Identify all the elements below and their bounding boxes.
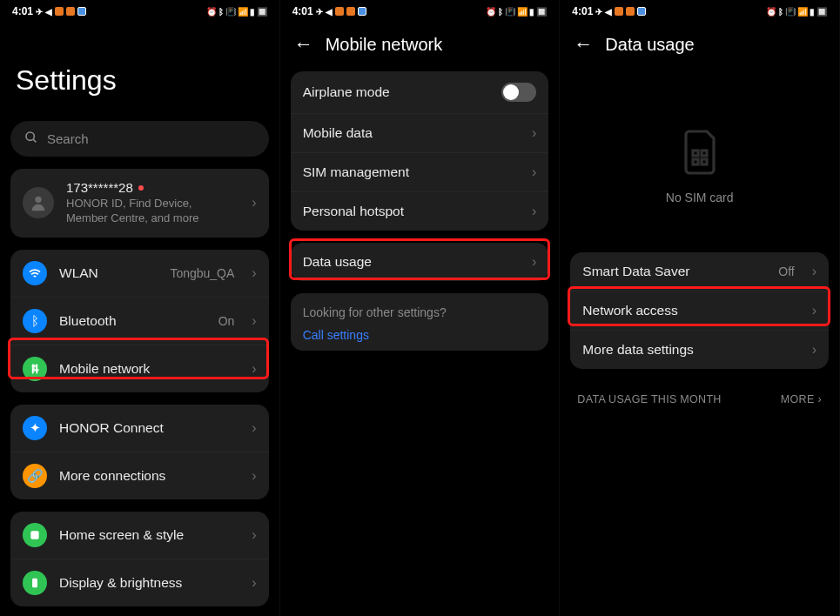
sim-card-icon [679,128,721,177]
svg-line-1 [33,139,36,142]
chevron-right-icon: › [252,420,256,436]
app-icon-orange [66,7,75,16]
more-link[interactable]: MORE › [781,393,822,405]
mobile-network-row[interactable]: ⇅ Mobile network › [10,345,269,392]
app-icon-blue [637,7,646,16]
mobile-network-icon: ⇅ [23,357,47,381]
no-sim-label: No SIM card [666,191,734,204]
mobile-data-row[interactable]: Mobile data › [291,113,549,152]
svg-rect-6 [702,151,707,156]
svg-rect-7 [693,159,698,164]
bluetooth-icon: ᛒ [218,7,224,17]
send-icon: ◀ [326,7,333,17]
data-usage-panel: 4:01 ✈ ◀ ⏰ ᛒ 📳 📶 ▮ 🔲 ← Data usage No SIM… [560,0,840,616]
search-icon [24,131,38,147]
back-button[interactable]: ← [574,33,593,56]
svg-rect-5 [693,151,698,156]
item-value: Tongbu_QA [170,266,234,280]
send-icon: ◀ [45,7,52,17]
signal-icon: ▮ [250,7,255,17]
item-label: Personal hotspot [303,204,514,219]
call-settings-link[interactable]: Call settings [303,328,537,342]
honor-connect-row[interactable]: ✦ HONOR Connect › [10,405,269,452]
wifi-icon: 📶 [517,7,528,17]
airplane-toggle[interactable] [501,83,536,102]
account-row[interactable]: 173******28 HONOR ID, Find Device, Membe… [10,169,269,238]
signal-icon: ▮ [810,7,815,17]
search-placeholder: Search [47,131,89,146]
page-title: Settings [0,21,279,121]
no-sim-block: No SIM card [560,71,839,252]
chevron-right-icon: › [252,468,256,484]
status-bar: 4:01 ✈ ◀ ⏰ ᛒ 📳 📶 ▮ 🔲 [0,0,279,21]
item-label: More connections [59,468,234,484]
wlan-row[interactable]: WLAN Tongbu_QA › [10,250,269,297]
section-label: DATA USAGE THIS MONTH [577,393,721,405]
app-icon-orange [626,7,635,16]
network-access-row[interactable]: Network access › [570,291,829,330]
chevron-right-icon: › [812,264,816,279]
bluetooth-row[interactable]: ᛒ Bluetooth On › [10,297,269,345]
display-brightness-row[interactable]: Display & brightness › [10,559,269,606]
more-connections-row[interactable]: 🔗 More connections › [10,452,269,499]
chevron-right-icon: › [252,361,256,377]
telegram-icon: ✈ [595,7,602,17]
home-screen-row[interactable]: Home screen & style › [10,512,269,559]
wifi-icon: 📶 [238,7,248,17]
personal-hotspot-row[interactable]: Personal hotspot › [291,191,549,231]
connect-group: ✦ HONOR Connect › 🔗 More connections › [10,405,269,499]
page-title: Mobile network [326,35,443,55]
status-time: 4:01 [12,5,33,17]
item-label: Network access [582,303,794,318]
item-value: Off [778,264,794,278]
settings-panel: 4:01 ✈ ◀ ⏰ ᛒ 📳 📶 ▮ 🔲 Settings Search [0,0,280,616]
account-subtitle: HONOR ID, Find Device, Member Centre, an… [66,197,234,226]
avatar-icon [23,187,54,218]
item-label: Data usage [303,254,514,270]
more-data-settings-row[interactable]: More data settings › [570,330,829,369]
more-label: MORE [781,393,815,405]
telegram-icon: ✈ [316,7,323,17]
vibrate-icon: 📳 [785,7,796,17]
item-label: WLAN [59,265,158,281]
sim-management-row[interactable]: SIM management › [291,152,549,191]
account-card: 173******28 HONOR ID, Find Device, Membe… [10,169,269,238]
svg-rect-3 [30,531,38,539]
data-usage-row[interactable]: Data usage › [291,243,549,281]
item-label: Mobile network [59,361,234,377]
battery-icon: 🔲 [536,7,547,17]
signal-icon: ▮ [529,7,534,17]
telegram-icon: ✈ [36,7,43,17]
chevron-right-icon: › [818,393,822,405]
search-input[interactable]: Search [10,121,269,157]
send-icon: ◀ [605,7,612,17]
item-label: Mobile data [303,125,514,141]
vibrate-icon: 📳 [225,7,236,17]
display-icon [23,571,47,595]
airplane-mode-row[interactable]: Airplane mode [291,71,549,113]
app-icon-orange [55,7,64,16]
item-label: More data settings [582,342,794,358]
alarm-icon: ⏰ [486,7,496,17]
item-label: Home screen & style [59,527,234,543]
back-button[interactable]: ← [294,33,313,56]
home-icon [23,523,47,547]
page-title: Data usage [605,35,694,55]
item-label: Display & brightness [59,575,234,591]
item-label: Bluetooth [59,313,206,329]
chevron-right-icon: › [532,254,536,270]
account-id: 173******28 [66,180,133,195]
item-value: On [218,314,235,328]
status-bar: 4:01 ✈ ◀ ⏰ ᛒ 📳 📶 ▮ 🔲 [280,0,560,21]
bluetooth-icon: ᛒ [778,7,783,17]
chevron-right-icon: › [252,575,256,591]
data-saver-group: Smart Data Saver Off › Network access › … [570,252,829,369]
looking-for-block: Looking for other settings? Call setting… [291,293,549,351]
smart-data-saver-row[interactable]: Smart Data Saver Off › [570,252,829,291]
status-bar: 4:01 ✈ ◀ ⏰ ᛒ 📳 📶 ▮ 🔲 [560,0,839,21]
chevron-right-icon: › [252,195,256,211]
alarm-icon: ⏰ [766,7,776,17]
network-settings-group: Airplane mode Mobile data › SIM manageme… [291,71,549,231]
wifi-icon [23,261,47,285]
chevron-right-icon: › [252,313,256,329]
